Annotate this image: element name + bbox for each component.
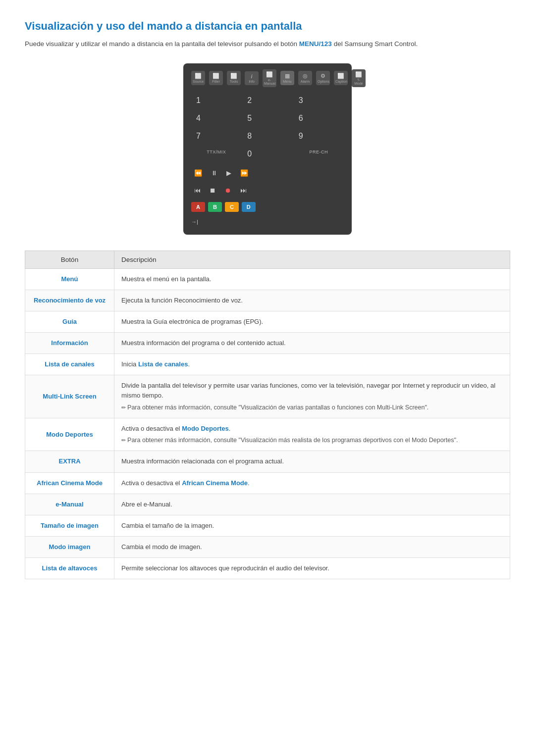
remote-menu-btn[interactable]: ▦Menu (280, 71, 294, 85)
desc-link: Lista de canales (138, 360, 188, 368)
intro-text: Puede visualizar y utilizar el mando a d… (25, 39, 510, 50)
remote-num-8[interactable]: 8 (242, 128, 292, 145)
description-cell: Activa o desactiva el Modo Deportes.Para… (114, 418, 510, 451)
table-row: GuíaMuestra la Guía electrónica de progr… (25, 311, 510, 332)
remote-control: ⬜Source ⬜Filter ⬜Tools iInfo ⬜e-Manual ▦… (183, 63, 352, 235)
description-cell: Ejecuta la función Reconocimiento de voz… (114, 290, 510, 311)
table-row: MenúMuestra el menú en la pantalla. (25, 268, 510, 290)
description-cell: Muestra el menú en la pantalla. (114, 268, 510, 290)
table-row: Lista de altavocesPermite seleccionar lo… (25, 558, 510, 579)
remote-num-4[interactable]: 4 (191, 110, 241, 127)
desc-note: Para obtener más información, consulte "… (121, 403, 503, 412)
table-row: InformaciónMuestra información del progr… (25, 333, 510, 354)
remote-playback-row2: ⏮ ⏹ ⏺ ⏭ (191, 183, 344, 198)
remote-record-btn[interactable]: ⏺ (222, 185, 234, 196)
table-row: Modo DeportesActiva o desactiva el Modo … (25, 418, 510, 451)
remote-numpad: 1 2 3 4 5 6 7 8 9 TTX/MIX 0 PRE-CH (191, 92, 344, 162)
description-cell: Divide la pantalla del televisor y permi… (114, 375, 510, 418)
remote-prech-btn[interactable]: PRE-CH (294, 146, 344, 162)
description-cell: Inicia Lista de canales. (114, 354, 510, 375)
remote-options-btn[interactable]: ⚙Options (316, 71, 330, 85)
table-row: EXTRAMuestra información relacionada con… (25, 451, 510, 472)
description-cell: Muestra información del programa o del c… (114, 333, 510, 354)
remote-ttx-btn[interactable]: TTX/MIX (191, 146, 241, 162)
button-cell: Reconocimiento de voz (25, 290, 114, 311)
desc-note: Para obtener más información, consulte "… (121, 436, 503, 445)
button-cell: Lista de canales (25, 354, 114, 375)
button-cell: Modo imagen (25, 537, 114, 558)
remote-num-1[interactable]: 1 (191, 92, 241, 109)
remote-num-5[interactable]: 5 (242, 110, 292, 127)
desc-link: African Cinema Mode (182, 479, 248, 487)
description-cell: Cambia el tamaño de la imagen. (114, 515, 510, 536)
button-cell: e-Manual (25, 494, 114, 515)
remote-illustration: ⬜Source ⬜Filter ⬜Tools iInfo ⬜e-Manual ▦… (25, 63, 510, 235)
remote-num-6[interactable]: 6 (294, 110, 344, 127)
button-cell: Guía (25, 311, 114, 332)
remote-color-c[interactable]: C (225, 202, 239, 212)
button-cell: Menú (25, 268, 114, 290)
page-title: Visualización y uso del mando a distanci… (25, 20, 510, 33)
remote-num-7[interactable]: 7 (191, 128, 241, 145)
description-cell: Muestra la Guía electrónica de programas… (114, 311, 510, 332)
remote-color-d[interactable]: D (242, 202, 256, 212)
button-cell: Información (25, 333, 114, 354)
remote-stop-btn[interactable]: ⏹ (207, 185, 219, 196)
table-row: e-ManualAbre el e-Manual. (25, 494, 510, 515)
remote-arrow-btn[interactable]: →| (191, 217, 344, 227)
button-description-table: Botón Descripción MenúMuestra el menú en… (25, 251, 510, 580)
remote-playback-row1: ⏪ ⏸ ▶ ⏩ (191, 165, 344, 181)
description-cell: Muestra información relacionada con el p… (114, 451, 510, 472)
button-cell: Multi-Link Screen (25, 375, 114, 418)
button-cell: Tamaño de imagen (25, 515, 114, 536)
button-cell: Lista de altavoces (25, 558, 114, 579)
table-row: Modo imagenCambia el modo de imagen. (25, 537, 510, 558)
table-row: Multi-Link ScreenDivide la pantalla del … (25, 375, 510, 418)
remote-num-2[interactable]: 2 (242, 92, 292, 109)
remote-pause-btn[interactable]: ⏸ (208, 167, 220, 179)
remote-top-row: ⬜Source ⬜Filter ⬜Tools iInfo ⬜e-Manual ▦… (191, 69, 344, 87)
button-cell: Modo Deportes (25, 418, 114, 451)
button-cell: EXTRA (25, 451, 114, 472)
table-row: African Cinema ModeActiva o desactiva el… (25, 472, 510, 494)
remote-ff-btn[interactable]: ⏩ (237, 167, 251, 179)
table-row: Reconocimiento de vozEjecuta la función … (25, 290, 510, 311)
desc-link: Modo Deportes (182, 425, 229, 432)
remote-prev-btn[interactable]: ⏮ (191, 185, 204, 196)
remote-emanual-btn[interactable]: ⬜e-Manual (263, 69, 276, 87)
remote-filter-btn[interactable]: ⬜Filter (209, 71, 223, 85)
remote-num-9[interactable]: 9 (294, 128, 344, 145)
remote-play-btn[interactable]: ▶ (223, 167, 234, 179)
remote-source-btn[interactable]: ⬜Source (191, 71, 205, 85)
remote-caption-btn[interactable]: ⬜Caption (334, 71, 348, 85)
description-cell: Cambia el modo de imagen. (114, 537, 510, 558)
remote-num-0[interactable]: 0 (242, 146, 292, 162)
remote-color-b[interactable]: B (208, 202, 222, 212)
col-header-desc: Descripción (114, 251, 510, 268)
table-row: Tamaño de imagenCambia el tamaño de la i… (25, 515, 510, 536)
col-header-button: Botón (25, 251, 114, 268)
remote-color-buttons: A B C D (191, 200, 344, 214)
remote-num-3[interactable]: 3 (294, 92, 344, 109)
remote-tmode-btn[interactable]: ⬜T-Mode (352, 69, 366, 87)
remote-info-btn[interactable]: iInfo (245, 71, 259, 85)
remote-tools-btn[interactable]: ⬜Tools (227, 71, 241, 85)
table-row: Lista de canalesInicia Lista de canales. (25, 354, 510, 375)
remote-color-a[interactable]: A (191, 202, 205, 212)
remote-rewind-btn[interactable]: ⏪ (191, 167, 205, 179)
remote-alarm-btn[interactable]: ◎Alarm (298, 71, 312, 85)
button-cell: African Cinema Mode (25, 472, 114, 494)
description-cell: Abre el e-Manual. (114, 494, 510, 515)
description-cell: Permite seleccionar los altavoces que re… (114, 558, 510, 579)
table-header-row: Botón Descripción (25, 251, 510, 268)
description-cell: Activa o desactiva el African Cinema Mod… (114, 472, 510, 494)
remote-next-btn[interactable]: ⏭ (237, 185, 250, 196)
